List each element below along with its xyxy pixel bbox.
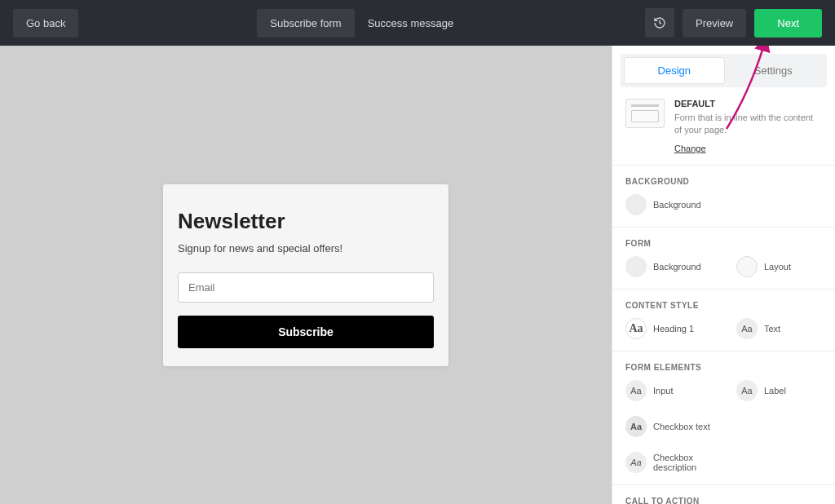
top-toolbar: Go back Subscribe form Success message P… <box>0 0 835 46</box>
section-content-style: CONTENT STYLE Aa Heading 1 Aa Text <box>612 290 835 351</box>
section-form: FORM Background Layout <box>612 228 835 290</box>
layout-icon <box>736 256 758 277</box>
subscribe-button[interactable]: Subscribe <box>178 316 434 348</box>
typography-icon: Aa <box>736 380 758 401</box>
section-title-background: BACKGROUND <box>625 177 822 186</box>
chip-checkbox-description[interactable]: Aa Checkbox description <box>625 452 710 473</box>
sidebar-tabs: Design Settings <box>621 54 827 87</box>
default-label: DEFAULT <box>674 99 822 108</box>
tab-subscribe-form[interactable]: Subscribe form <box>257 9 354 38</box>
section-form-elements: FORM ELEMENTS Aa Input Aa Label Aa Check… <box>612 351 835 485</box>
change-link[interactable]: Change <box>674 144 822 153</box>
form-title: Newsletter <box>178 209 434 234</box>
layout-thumbnail <box>625 99 665 128</box>
sidebar-tab-settings[interactable]: Settings <box>724 58 824 83</box>
section-cta: CALL TO ACTION Aa Button <box>612 485 835 504</box>
chip-heading1[interactable]: Aa Heading 1 <box>625 318 707 339</box>
section-default: DEFAULT Form that is in line with the co… <box>612 87 835 166</box>
next-button[interactable]: Next <box>754 9 822 38</box>
design-sidebar: Design Settings DEFAULT Form that is in … <box>612 46 835 504</box>
go-back-button[interactable]: Go back <box>13 9 78 38</box>
tab-success-message[interactable]: Success message <box>355 9 467 38</box>
newsletter-form-card[interactable]: Newsletter Signup for news and special o… <box>163 184 448 366</box>
section-title-content-style: CONTENT STYLE <box>625 301 822 310</box>
chip-checkbox-text[interactable]: Aa Checkbox text <box>625 416 710 437</box>
chip-form-layout[interactable]: Layout <box>736 256 818 277</box>
chip-text[interactable]: Aa Text <box>736 318 818 339</box>
email-field[interactable] <box>178 272 434 303</box>
typography-icon: Aa <box>625 318 647 339</box>
default-description: Form that is in line with the content of… <box>674 112 822 137</box>
history-icon <box>653 16 666 29</box>
typography-icon: Aa <box>736 318 758 339</box>
history-icon-button[interactable] <box>645 8 674 38</box>
swatch-icon <box>625 256 647 277</box>
section-title-form-elements: FORM ELEMENTS <box>625 363 822 372</box>
preview-button[interactable]: Preview <box>683 9 746 38</box>
canvas-area: Newsletter Signup for news and special o… <box>0 46 612 504</box>
section-background: BACKGROUND Background <box>612 166 835 228</box>
typography-icon: Aa <box>625 416 647 437</box>
typography-icon: Aa <box>625 380 647 401</box>
typography-icon: Aa <box>625 452 647 473</box>
chip-input[interactable]: Aa Input <box>625 380 707 401</box>
chip-background[interactable]: Background <box>625 194 707 215</box>
section-title-form: FORM <box>625 239 822 248</box>
swatch-icon <box>625 194 647 215</box>
form-subtitle: Signup for news and special offers! <box>178 242 434 254</box>
sidebar-tab-design[interactable]: Design <box>625 58 724 83</box>
section-title-cta: CALL TO ACTION <box>625 497 822 504</box>
chip-label[interactable]: Aa Label <box>736 380 818 401</box>
chip-form-background[interactable]: Background <box>625 256 707 277</box>
